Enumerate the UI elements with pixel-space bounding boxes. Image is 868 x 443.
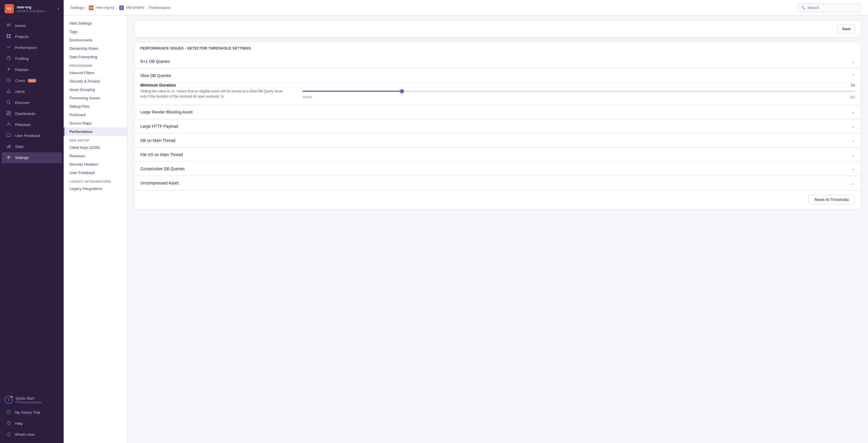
- svg-rect-1: [7, 25, 11, 26]
- search-input[interactable]: [807, 5, 857, 10]
- section-header: PERFORMANCE ISSUES - DETECTOR THRESHOLD …: [134, 42, 861, 54]
- search-box[interactable]: 🔍: [797, 3, 861, 12]
- accordion-large-render-blocking-label: Large Render Blocking Asset: [140, 110, 193, 114]
- sec-nav-legacy-integrations[interactable]: Legacy Integrations: [64, 184, 127, 193]
- sidebar-item-label: Help: [15, 421, 23, 425]
- sec-nav-security-privacy[interactable]: Security & Privacy: [64, 77, 127, 85]
- svg-point-25: [8, 424, 9, 424]
- sec-nav-environments[interactable]: Environments: [64, 36, 127, 44]
- reset-all-thresholds-button[interactable]: Reset All Thresholds: [808, 195, 855, 204]
- sidebar-item-replays[interactable]: Replays: [2, 64, 62, 75]
- sidebar-item-performance[interactable]: Performance: [2, 42, 62, 53]
- sidebar-item-stats[interactable]: Stats: [2, 141, 62, 152]
- accordion-consecutive-db-queries-label: Consecutive DB Queries: [140, 167, 185, 171]
- sidebar-bottom: 5 Quick Start 5 Remaining tasks My Sentr…: [0, 390, 64, 443]
- accordion-large-http-chevron-icon: ⌄: [851, 124, 855, 128]
- slider-thumb[interactable]: [400, 89, 404, 93]
- accordion-file-io-main-thread-header[interactable]: File I/O on Main Thread ⌄: [134, 148, 861, 161]
- sidebar-item-label: Issues: [15, 24, 26, 28]
- accordion-slow-db-inner: Minimum Duration Setting the value to 1s…: [140, 83, 855, 99]
- sidebar-item-label: User Feedback: [15, 134, 40, 138]
- accordion-slow-db-body: Minimum Duration Setting the value to 1s…: [134, 83, 861, 105]
- sec-nav-security-headers[interactable]: Security Headers: [64, 160, 127, 169]
- breadcrumb: Settings › NX new-org-xy › ⚡ vite-projec…: [71, 5, 171, 10]
- quick-start-dot: [10, 396, 13, 398]
- breadcrumb-org-icon: NX: [89, 5, 93, 10]
- accordion-consecutive-db-queries-header[interactable]: Consecutive DB Queries ⌄: [134, 162, 861, 176]
- releases-icon: [6, 122, 12, 127]
- sidebar-item-projects[interactable]: Projects: [2, 31, 62, 42]
- org-chevron-icon: ▾: [58, 7, 59, 10]
- accordion-file-io-main-thread: File I/O on Main Thread ⌄: [134, 148, 861, 162]
- svg-rect-0: [7, 24, 11, 24]
- sec-nav-issue-grouping[interactable]: Issue Grouping: [64, 85, 127, 94]
- accordion-large-http-payload-header[interactable]: Large HTTP Payload ⌄: [134, 119, 861, 133]
- breadcrumb-page: Performance: [149, 5, 170, 10]
- beta-badge: beta: [28, 79, 36, 83]
- page-content: Save PERFORMANCE ISSUES - DETECTOR THRES…: [127, 16, 868, 443]
- sec-nav-debug-files[interactable]: Debug Files: [64, 102, 127, 111]
- sec-nav-user-feedback[interactable]: User Feedback: [64, 169, 127, 177]
- slider-track: [302, 91, 855, 92]
- sec-nav-client-keys[interactable]: Client Keys (DSN): [64, 143, 127, 152]
- accordion-db-main-thread-label: DB on Main Thread: [140, 138, 175, 143]
- sidebar-item-releases[interactable]: Releases: [2, 119, 62, 130]
- svg-marker-8: [8, 68, 10, 71]
- svg-rect-2: [7, 26, 9, 27]
- sec-nav-source-maps[interactable]: Source Maps: [64, 119, 127, 127]
- accordion-large-render-chevron-icon: ⌄: [851, 110, 855, 114]
- sidebar-item-label: What's new: [15, 432, 34, 437]
- accordion-slow-db-queries-header[interactable]: Slow DB Queries ⌃: [134, 69, 861, 83]
- sec-nav-data-forwarding[interactable]: Data Forwarding: [64, 53, 127, 61]
- org-switcher[interactable]: NX new-org abdullah.khan@sen... ▾: [0, 0, 64, 18]
- svg-rect-18: [7, 147, 8, 148]
- svg-point-12: [7, 100, 10, 104]
- sec-nav-ownership-rules[interactable]: Ownership Rules: [64, 44, 127, 53]
- trial-icon: [6, 410, 12, 415]
- sec-nav-inbound-filters[interactable]: Inbound Filters: [64, 69, 127, 77]
- sec-nav-performance[interactable]: Performance: [64, 127, 127, 136]
- accordion-n1-db-queries-header[interactable]: N+1 DB Queries ⌄: [134, 54, 861, 68]
- sidebar-item-user-feedback[interactable]: User Feedback: [2, 130, 62, 141]
- breadcrumb-settings[interactable]: Settings: [71, 5, 84, 10]
- quick-start-info: Quick Start 5 Remaining tasks: [16, 396, 42, 404]
- sidebar-item-help[interactable]: Help: [2, 418, 62, 429]
- sidebar-item-crons[interactable]: Crons beta: [2, 75, 62, 86]
- content-area: Alert Settings Tags Environments Ownersh…: [64, 16, 868, 443]
- accordion-slow-db-queries: Slow DB Queries ⌃ Minimum Duration Setti…: [134, 69, 861, 105]
- sidebar-item-alerts[interactable]: Alerts: [2, 86, 62, 97]
- accordion-uncompressed-asset-header[interactable]: Uncompressed Asset ⌄: [134, 176, 861, 190]
- sidebar-item-dashboards[interactable]: Dashboards: [2, 108, 62, 119]
- dashboards-icon: [6, 111, 12, 116]
- sec-nav-proguard[interactable]: ProGuard: [64, 111, 127, 119]
- top-save-button[interactable]: Save: [838, 25, 855, 33]
- sidebar-item-my-sentry-trial[interactable]: My Sentry Trial: [2, 407, 62, 418]
- accordion-db-main-thread-header[interactable]: DB on Main Thread ⌄: [134, 134, 861, 147]
- sidebar-item-settings[interactable]: Settings: [2, 152, 62, 163]
- svg-rect-15: [9, 113, 11, 115]
- sec-nav-alert-settings[interactable]: Alert Settings: [64, 19, 127, 28]
- breadcrumb-org[interactable]: NX new-org-xy: [89, 5, 114, 10]
- sidebar-item-label: Stats: [15, 145, 24, 149]
- sec-nav-processing-issues[interactable]: Processing Issues: [64, 94, 127, 102]
- sidebar-item-discover[interactable]: Discover: [2, 97, 62, 108]
- accordion-large-http-payload-label: Large HTTP Payload: [140, 124, 178, 128]
- svg-rect-16: [7, 114, 8, 115]
- sec-nav-tags[interactable]: Tags: [64, 28, 127, 36]
- quick-start[interactable]: 5 Quick Start 5 Remaining tasks: [0, 393, 64, 407]
- breadcrumb-project[interactable]: ⚡ vite-project: [119, 5, 144, 10]
- sidebar-item-issues[interactable]: Issues: [2, 20, 62, 31]
- svg-rect-3: [7, 34, 8, 36]
- user-feedback-icon: [6, 133, 12, 139]
- sidebar: NX new-org abdullah.khan@sen... ▾ Issues…: [0, 0, 64, 443]
- settings-icon: [6, 155, 12, 160]
- slider-value: 1s: [302, 83, 855, 87]
- sec-nav-releases[interactable]: Releases: [64, 152, 127, 160]
- accordion-n1-db-queries: N+1 DB Queries ⌄: [134, 54, 861, 69]
- sidebar-item-whats-new[interactable]: What's new: [2, 429, 62, 440]
- accordion-large-render-blocking-header[interactable]: Large Render Blocking Asset ⌄: [134, 105, 861, 119]
- slider-labels: 100ms 10s: [302, 95, 855, 99]
- sec-section-sdk-setup: SDK SETUP: [64, 136, 127, 143]
- sidebar-item-profiling[interactable]: Profiling: [2, 53, 62, 64]
- projects-icon: [6, 34, 12, 39]
